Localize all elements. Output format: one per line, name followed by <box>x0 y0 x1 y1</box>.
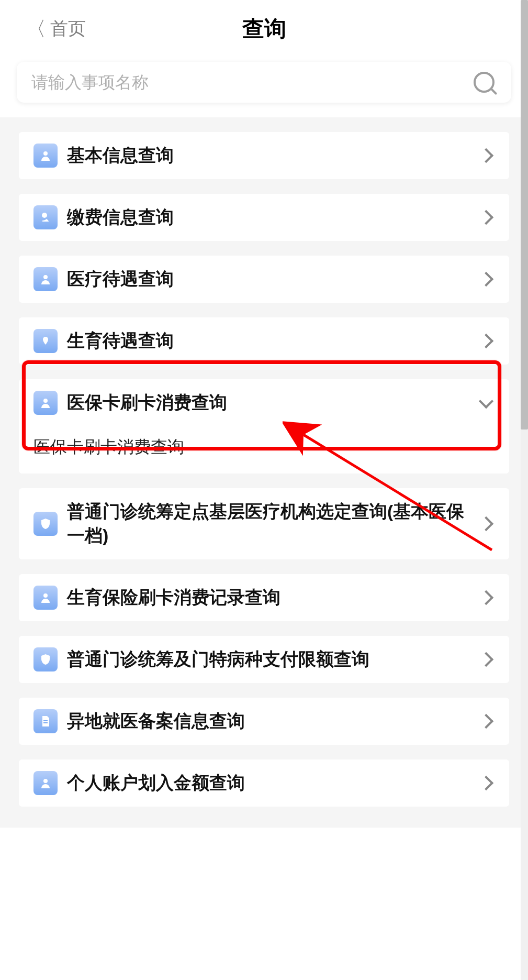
content: 基本信息查询 缴费信息查询 医疗待遇查询 <box>0 117 528 828</box>
chevron-down-icon <box>479 394 493 409</box>
shield-icon <box>33 647 58 671</box>
list-item-payment-info: 缴费信息查询 <box>19 194 509 241</box>
chevron-right-icon <box>479 516 493 531</box>
item-row[interactable]: 普通门诊统筹及门特病种支付限额查询 <box>19 636 509 683</box>
list-item-outpatient-designated: 普通门诊统筹定点基层医疗机构选定查询(基本医保一档) <box>19 488 509 559</box>
chevron-right-icon <box>479 590 493 605</box>
search-icon[interactable] <box>474 72 495 93</box>
scrollbar-thumb[interactable] <box>521 0 528 430</box>
item-label: 缴费信息查询 <box>67 205 481 229</box>
chevron-right-icon <box>479 714 493 729</box>
chevron-right-icon <box>479 334 493 348</box>
svg-point-0 <box>43 151 48 156</box>
query-list: 基本信息查询 缴费信息查询 医疗待遇查询 <box>19 117 509 807</box>
item-row[interactable]: 生育保险刷卡消费记录查询 <box>19 574 509 621</box>
page: 〈 首页 查询 基本信息查询 缴费信息查询 <box>0 0 528 980</box>
item-label: 个人账户划入金额查询 <box>67 771 481 795</box>
header: 〈 首页 查询 <box>0 0 528 58</box>
item-label: 普通门诊统筹定点基层医疗机构选定查询(基本医保一档) <box>67 500 481 548</box>
person-icon <box>33 391 58 415</box>
search-input[interactable] <box>31 73 474 92</box>
chevron-left-icon: 〈 <box>26 19 46 39</box>
list-item-basic-info: 基本信息查询 <box>19 132 509 179</box>
list-item-account-credit: 个人账户划入金额查询 <box>19 759 509 807</box>
svg-point-7 <box>43 779 48 783</box>
list-item-outpatient-limit: 普通门诊统筹及门特病种支付限额查询 <box>19 636 509 683</box>
item-label: 医保卡刷卡消费查询 <box>67 391 481 415</box>
sub-item-card-consumption[interactable]: 医保卡刷卡消费查询 <box>19 426 509 474</box>
page-title: 查询 <box>242 14 286 43</box>
chevron-right-icon <box>479 272 493 287</box>
svg-point-3 <box>43 399 48 403</box>
back-button[interactable]: 〈 首页 <box>26 17 86 41</box>
svg-point-4 <box>43 593 48 598</box>
list-item-card-consumption: 医保卡刷卡消费查询 医保卡刷卡消费查询 <box>19 379 509 474</box>
list-item-remote-filing: 异地就医备案信息查询 <box>19 698 509 745</box>
list-item-maternity-consumption: 生育保险刷卡消费记录查询 <box>19 574 509 621</box>
chevron-right-icon <box>479 148 493 163</box>
svg-rect-5 <box>43 720 48 721</box>
person-icon <box>33 144 58 168</box>
item-row[interactable]: 缴费信息查询 <box>19 194 509 241</box>
back-label: 首页 <box>50 17 86 41</box>
shield-icon <box>33 512 58 536</box>
payment-icon <box>33 205 58 229</box>
item-label: 异地就医备案信息查询 <box>67 709 481 733</box>
svg-point-2 <box>43 275 48 279</box>
list-item-maternity-benefit: 生育待遇查询 <box>19 317 509 365</box>
list-item-medical-benefit: 医疗待遇查询 <box>19 256 509 303</box>
item-row[interactable]: 生育待遇查询 <box>19 317 509 365</box>
item-label: 基本信息查询 <box>67 144 481 168</box>
item-row[interactable]: 普通门诊统筹定点基层医疗机构选定查询(基本医保一档) <box>19 488 509 559</box>
item-row[interactable]: 异地就医备案信息查询 <box>19 698 509 745</box>
item-row[interactable]: 个人账户划入金额查询 <box>19 759 509 807</box>
chevron-right-icon <box>479 652 493 667</box>
item-label: 医疗待遇查询 <box>67 267 481 291</box>
svg-point-1 <box>42 213 47 218</box>
chevron-right-icon <box>479 776 493 790</box>
person-icon <box>33 267 58 291</box>
item-row[interactable]: 医疗待遇查询 <box>19 256 509 303</box>
item-label: 普通门诊统筹及门特病种支付限额查询 <box>67 647 481 671</box>
item-row[interactable]: 医保卡刷卡消费查询 <box>19 379 509 426</box>
item-row[interactable]: 基本信息查询 <box>19 132 509 179</box>
item-label: 生育待遇查询 <box>67 329 481 353</box>
person-icon <box>33 586 58 610</box>
doc-icon <box>33 709 58 733</box>
svg-rect-6 <box>43 722 48 723</box>
search-bar[interactable] <box>17 62 511 103</box>
person-icon <box>33 771 58 795</box>
search-section <box>0 58 528 117</box>
hands-icon <box>33 329 58 353</box>
chevron-right-icon <box>479 210 493 225</box>
item-label: 生育保险刷卡消费记录查询 <box>67 586 481 610</box>
